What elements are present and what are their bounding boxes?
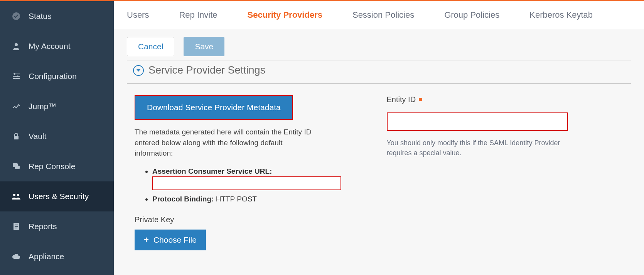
sidebar-item-label: Reports	[29, 222, 57, 231]
acs-url-label: Assertion Consumer Service URL:	[152, 167, 272, 175]
svg-rect-7	[15, 166, 20, 169]
tab-kerberos-keytab[interactable]: Kerberos Keytab	[520, 10, 602, 20]
sidebar-item-label: Configuration	[29, 72, 77, 81]
document-icon	[9, 222, 23, 231]
entity-id-help: You should only modify this if the SAML …	[387, 138, 568, 158]
sidebar-item-jump[interactable]: Jump™	[0, 91, 114, 121]
panel-title: Service Provider Settings	[148, 64, 265, 76]
download-metadata-button[interactable]: Download Service Provider Metadata	[135, 96, 292, 119]
content: Cancel Save Service Provider Settings Do…	[114, 29, 644, 275]
svg-point-1	[15, 43, 18, 46]
acs-url-item: Assertion Consumer Service URL:	[152, 166, 371, 191]
choose-file-button[interactable]: + Choose File	[135, 230, 206, 250]
protocol-binding-value: HTTP POST	[214, 195, 257, 203]
sidebar-item-configuration[interactable]: Configuration	[0, 61, 114, 91]
tab-security-providers[interactable]: Security Providers	[238, 10, 332, 20]
required-dot-icon	[419, 98, 422, 101]
tab-group-policies[interactable]: Group Policies	[435, 10, 509, 20]
sidebar-item-users-security[interactable]: Users & Security	[0, 181, 114, 211]
tab-users[interactable]: Users	[123, 10, 158, 20]
protocol-binding-label: Protocol Binding:	[152, 195, 214, 203]
svg-point-3	[17, 75, 19, 77]
download-metadata-highlight: Download Service Provider Metadata	[135, 95, 293, 120]
tab-session-policies[interactable]: Session Policies	[343, 10, 423, 20]
acs-url-redacted	[152, 176, 341, 190]
trend-up-icon	[9, 102, 23, 111]
chat-icon	[9, 162, 23, 171]
lock-icon	[9, 132, 23, 141]
sidebar-item-label: Vault	[29, 132, 46, 141]
svg-point-9	[17, 194, 19, 196]
sidebar-item-label: Appliance	[29, 252, 64, 261]
collapse-toggle-icon[interactable]	[133, 65, 144, 76]
sliders-icon	[9, 72, 23, 81]
person-icon	[9, 42, 23, 51]
users-icon	[9, 192, 23, 201]
main: Users Rep Invite Security Providers Sess…	[114, 1, 644, 275]
protocol-binding-item: Protocol Binding: HTTP POST	[152, 194, 371, 205]
sidebar-item-status[interactable]: Status	[0, 1, 114, 31]
sidebar-item-my-account[interactable]: My Account	[0, 31, 114, 61]
sidebar-item-label: Jump™	[29, 102, 56, 111]
sidebar-item-label: My Account	[29, 42, 71, 51]
svg-point-8	[13, 194, 15, 196]
sidebar-item-label: Status	[29, 12, 52, 21]
sidebar-item-reports[interactable]: Reports	[0, 211, 114, 241]
cancel-button[interactable]: Cancel	[127, 37, 174, 56]
choose-file-label: Choose File	[153, 235, 197, 245]
sidebar: Status My Account Configuration Jump™ Va…	[0, 1, 114, 275]
sidebar-item-appliance[interactable]: Appliance	[0, 241, 114, 272]
entity-id-input[interactable]	[387, 112, 568, 131]
save-button[interactable]: Save	[184, 37, 224, 56]
plus-icon: +	[144, 235, 149, 245]
private-key-label: Private Key	[135, 215, 371, 224]
sidebar-item-label: Users & Security	[29, 192, 89, 201]
tab-bar: Users Rep Invite Security Providers Sess…	[114, 1, 644, 29]
entity-id-label: Entity ID	[387, 95, 624, 104]
cloud-icon	[9, 252, 23, 261]
sidebar-item-vault[interactable]: Vault	[0, 121, 114, 151]
panel-service-provider-settings: Service Provider Settings Download Servi…	[127, 60, 631, 258]
sidebar-item-label: Rep Console	[29, 162, 75, 171]
svg-rect-5	[14, 136, 19, 139]
check-circle-icon	[9, 12, 23, 21]
tab-rep-invite[interactable]: Rep Invite	[170, 10, 226, 20]
sidebar-item-rep-console[interactable]: Rep Console	[0, 151, 114, 181]
svg-point-2	[14, 73, 15, 75]
svg-point-4	[15, 78, 16, 79]
metadata-description: The metadata generated here will contain…	[135, 127, 316, 159]
